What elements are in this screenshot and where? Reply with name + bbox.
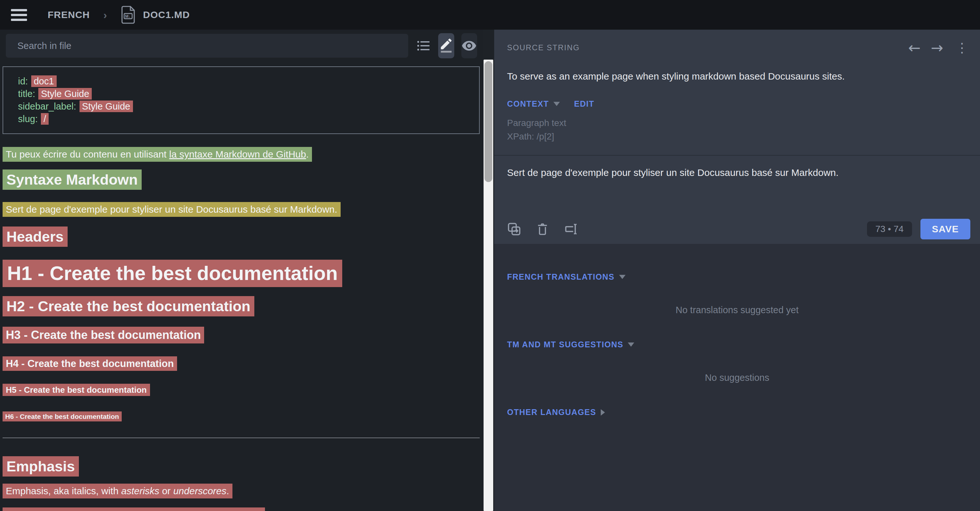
chevron-right-icon — [601, 409, 605, 416]
previous-string-button[interactable]: ← — [903, 41, 926, 54]
more-options-button[interactable]: ⋮ — [948, 41, 970, 54]
frontmatter-value[interactable]: Style Guide — [80, 101, 133, 112]
hamburger-menu-icon[interactable] — [11, 9, 27, 21]
text-cursor-icon — [564, 222, 578, 236]
intro-paragraph[interactable]: Tu peux écrire du contenu en utilisant l… — [3, 147, 480, 162]
frontmatter-key: id: — [18, 76, 28, 86]
source-string-header: SOURCE STRING ← → ⋮ — [507, 30, 970, 54]
heading-h3[interactable]: H3 - Create the best documentation — [3, 327, 480, 343]
frontmatter-row: title:Style Guide — [18, 88, 479, 100]
heading-h4[interactable]: H4 - Create the best documentation — [3, 356, 480, 371]
frontmatter-key: slug: — [18, 114, 38, 124]
svg-text:M↓: M↓ — [125, 14, 131, 19]
main-split: id:doc1 title:Style Guide sidebar_label:… — [0, 30, 980, 511]
document-toolbar — [0, 30, 483, 62]
breadcrumb-chevron-icon: › — [103, 9, 107, 21]
strong-text: or — [188, 509, 201, 511]
context-xpath: XPath: /p[2] — [507, 130, 970, 144]
other-languages-label: OTHER LANGUAGES — [507, 407, 596, 417]
heading-h1[interactable]: H1 - Create the best documentation — [3, 260, 480, 287]
breadcrumb: FRENCH › M↓ DOC1.MD — [27, 5, 190, 24]
markdown-file-icon: M↓ — [120, 5, 136, 24]
italic-word: asterisks — [121, 485, 159, 496]
emphasis-paragraph[interactable]: Emphasis, aka italics, with asterisks or… — [3, 484, 480, 498]
other-languages-section: OTHER LANGUAGES — [507, 407, 967, 417]
save-button[interactable]: SAVE — [920, 219, 970, 240]
source-string-text: To serve as an example page when styling… — [507, 71, 970, 82]
chevron-down-icon — [554, 102, 560, 106]
copy-icon — [507, 222, 521, 236]
translation-pane: SOURCE STRING ← → ⋮ To serve as an examp… — [494, 30, 980, 511]
document-pane: id:doc1 title:Style Guide sidebar_label:… — [0, 30, 483, 511]
markdown-link[interactable]: la syntaxe Markdown de GitHub — [169, 149, 306, 160]
intro-text-end: . — [306, 149, 309, 160]
frontmatter-key: sidebar_label: — [18, 101, 76, 112]
frontmatter-value[interactable]: doc1 — [31, 75, 57, 87]
section-divider — [3, 438, 480, 438]
heading-headers[interactable]: Headers — [3, 227, 480, 247]
frontmatter-row: slug:/ — [18, 113, 479, 125]
next-string-button[interactable]: → — [926, 41, 948, 54]
tm-mt-suggestions-section: TM AND MT SUGGESTIONS — [507, 340, 967, 349]
context-type: Paragraph text — [507, 116, 970, 130]
preview-button[interactable] — [461, 33, 477, 58]
scrollbar-thumb[interactable] — [485, 61, 492, 182]
frontmatter-block: id:doc1 title:Style Guide sidebar_label:… — [3, 66, 480, 134]
copy-source-button[interactable] — [507, 222, 521, 236]
context-toggle[interactable]: CONTEXT — [507, 99, 560, 109]
emphasis-text: . — [226, 485, 229, 496]
bold-word: underscores — [201, 509, 259, 511]
other-languages-toggle[interactable]: OTHER LANGUAGES — [507, 407, 605, 417]
clear-translation-button[interactable] — [564, 222, 578, 236]
strong-text: . — [259, 509, 262, 511]
frontmatter-value[interactable]: Style Guide — [38, 88, 92, 99]
source-string-label: SOURCE STRING — [507, 43, 580, 52]
list-icon — [416, 38, 431, 53]
strong-text: Strong emphasis, aka bold, with — [6, 509, 146, 511]
heading-h5[interactable]: H5 - Create the best documentation — [3, 384, 480, 396]
heading-syntaxe-markdown[interactable]: Syntaxe Markdown — [3, 169, 480, 190]
source-string-panel: SOURCE STRING ← → ⋮ To serve as an examp… — [494, 30, 980, 244]
context-row: CONTEXT EDIT — [507, 99, 970, 109]
translation-toolbar: 73 • 74 SAVE — [507, 219, 970, 244]
french-translations-label: FRENCH TRANSLATIONS — [507, 272, 615, 282]
chevron-down-icon — [619, 275, 625, 279]
breadcrumb-project[interactable]: FRENCH — [48, 10, 90, 20]
edit-context-link[interactable]: EDIT — [574, 99, 594, 109]
heading-emphasis[interactable]: Emphasis — [3, 456, 480, 476]
translation-input[interactable]: Sert de page d'exemple pour styliser un … — [507, 156, 970, 178]
emphasis-text: Emphasis, aka italics, with — [6, 485, 121, 496]
heading-h6[interactable]: H6 - Create the best documentation — [3, 412, 480, 422]
translations-empty-text: No translations suggested yet — [507, 305, 967, 315]
bold-word: asterisks — [146, 509, 188, 511]
frontmatter-key: title: — [18, 89, 35, 99]
frontmatter-row: id:doc1 — [18, 75, 479, 88]
french-translations-toggle[interactable]: FRENCH TRANSLATIONS — [507, 272, 625, 282]
context-label: CONTEXT — [507, 99, 549, 109]
eye-icon — [461, 38, 477, 53]
right-arrow-icon: → — [931, 39, 943, 56]
char-counter: 73 • 74 — [867, 221, 912, 237]
delete-translation-button[interactable] — [535, 222, 550, 236]
edit-mode-button[interactable] — [438, 33, 454, 58]
document-content: id:doc1 title:Style Guide sidebar_label:… — [0, 62, 483, 511]
search-input[interactable] — [6, 34, 408, 57]
heading-h2[interactable]: H2 - Create the best documentation — [3, 296, 480, 316]
chevron-down-icon — [628, 342, 634, 347]
tm-mt-suggestions-toggle[interactable]: TM AND MT SUGGESTIONS — [507, 340, 634, 349]
kebab-icon: ⋮ — [956, 40, 969, 55]
left-scrollbar-track[interactable] — [484, 60, 493, 511]
strong-paragraph[interactable]: Strong emphasis, aka bold, with asterisk… — [3, 508, 480, 511]
frontmatter-row: sidebar_label:Style Guide — [18, 100, 479, 113]
french-translations-section: FRENCH TRANSLATIONS — [507, 272, 967, 282]
trash-icon — [535, 222, 550, 236]
left-arrow-icon: ← — [908, 39, 921, 56]
app-header: FRENCH › M↓ DOC1.MD — [0, 0, 980, 30]
emphasis-text: or — [159, 485, 173, 496]
frontmatter-value[interactable]: / — [41, 113, 49, 125]
selected-string-paragraph[interactable]: Sert de page d'exemple pour styliser un … — [3, 202, 480, 217]
breadcrumb-filename[interactable]: DOC1.MD — [143, 10, 189, 20]
list-view-button[interactable] — [415, 33, 431, 58]
scrollbar-column — [483, 30, 494, 511]
context-meta: Paragraph text XPath: /p[2] — [507, 116, 970, 144]
